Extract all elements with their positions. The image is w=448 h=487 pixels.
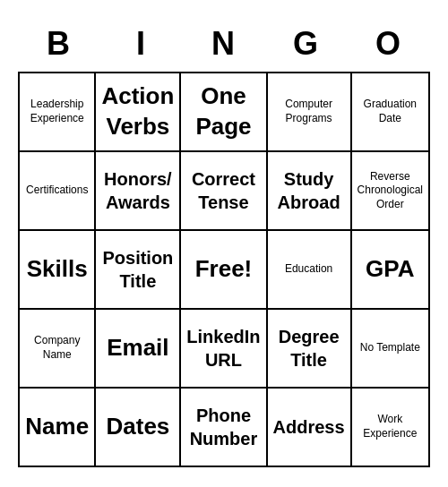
- bingo-cell: Action Verbs: [96, 73, 181, 152]
- bingo-header: BINGO: [18, 20, 430, 68]
- bingo-cell: Name: [20, 389, 96, 467]
- bingo-cell: Computer Programs: [268, 73, 352, 152]
- bingo-grid: Leadership ExperienceAction VerbsOne Pag…: [18, 72, 430, 467]
- bingo-card: BINGO Leadership ExperienceAction VerbsO…: [9, 11, 439, 476]
- bingo-cell: Correct Tense: [181, 152, 267, 231]
- bingo-letter: N: [183, 20, 265, 68]
- cell-label: Degree Title: [273, 325, 345, 372]
- cell-label: Certifications: [26, 184, 88, 198]
- cell-label: Position Title: [101, 246, 174, 293]
- bingo-letter: G: [265, 20, 348, 68]
- cell-label: Company Name: [25, 334, 89, 362]
- bingo-cell: Graduation Date: [352, 73, 430, 152]
- cell-label: Dates: [106, 412, 169, 442]
- cell-label: Free!: [195, 254, 253, 285]
- cell-label: Reverse Chronological Order: [358, 170, 423, 212]
- bingo-letter: B: [18, 20, 100, 68]
- bingo-cell: Work Experience: [352, 389, 430, 467]
- cell-label: GPA: [366, 254, 414, 285]
- bingo-letter: O: [348, 20, 430, 68]
- bingo-cell: Dates: [96, 389, 181, 467]
- cell-label: Address: [273, 415, 345, 439]
- bingo-cell: Education: [268, 231, 352, 310]
- cell-label: Action Verbs: [101, 81, 174, 142]
- cell-label: No Template: [360, 341, 420, 355]
- bingo-letter: I: [100, 20, 183, 68]
- bingo-cell: LinkedIn URL: [181, 310, 267, 389]
- cell-label: One Page: [186, 81, 260, 142]
- cell-label: Computer Programs: [273, 98, 345, 125]
- bingo-cell: Reverse Chronological Order: [352, 152, 430, 231]
- cell-label: LinkedIn URL: [186, 325, 260, 372]
- cell-label: Phone Number: [186, 404, 260, 450]
- bingo-cell: One Page: [181, 73, 267, 152]
- bingo-cell: Position Title: [96, 231, 181, 310]
- cell-label: Correct Tense: [186, 167, 260, 214]
- bingo-cell: Company Name: [20, 310, 96, 389]
- cell-label: Honors/ Awards: [101, 167, 174, 214]
- bingo-cell: Skills: [20, 231, 96, 310]
- cell-label: Skills: [27, 254, 88, 285]
- bingo-cell: Phone Number: [181, 389, 267, 467]
- cell-label: Education: [285, 262, 332, 277]
- cell-label: Graduation Date: [358, 98, 423, 125]
- bingo-cell: Certifications: [20, 152, 96, 231]
- bingo-cell: Free!: [181, 231, 267, 310]
- cell-label: Study Abroad: [273, 167, 345, 214]
- bingo-cell: No Template: [352, 310, 430, 389]
- cell-label: Leadership Experience: [25, 98, 89, 125]
- bingo-cell: Leadership Experience: [20, 73, 96, 152]
- cell-label: Email: [107, 333, 168, 363]
- cell-label: Work Experience: [358, 413, 423, 440]
- cell-label: Name: [25, 412, 89, 442]
- bingo-cell: Degree Title: [268, 310, 352, 389]
- bingo-cell: Address: [268, 389, 352, 467]
- bingo-cell: GPA: [352, 231, 430, 310]
- bingo-cell: Honors/ Awards: [96, 152, 181, 231]
- bingo-cell: Email: [96, 310, 181, 389]
- bingo-cell: Study Abroad: [268, 152, 352, 231]
